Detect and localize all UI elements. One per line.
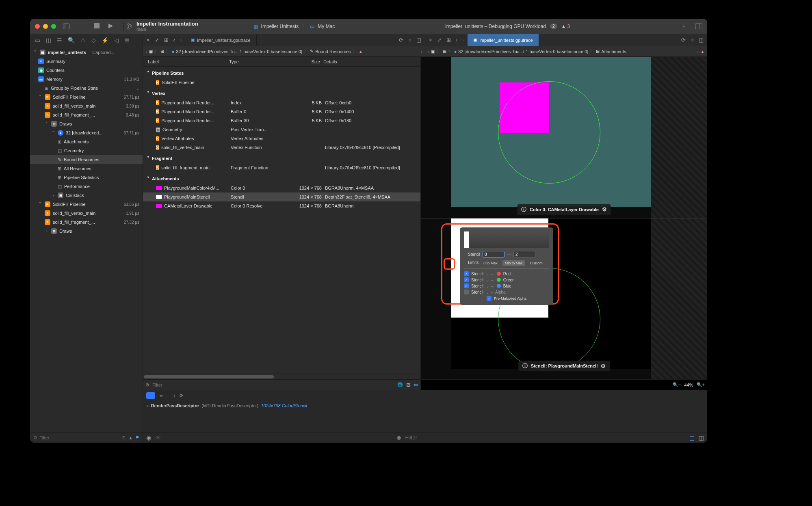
warn-filter-icon[interactable]: ▲ (128, 435, 133, 440)
zoom-out-icon[interactable]: 🔍− (673, 382, 681, 387)
report-nav-icon[interactable]: ▤ (124, 37, 130, 43)
path-left-arrow-r[interactable]: ‹ (428, 49, 429, 54)
panel-icon[interactable]: ◫ (689, 435, 695, 441)
clock-icon[interactable]: ⏱ (121, 435, 126, 440)
checkbox[interactable]: ✓ (464, 277, 469, 282)
path-right-arrow[interactable]: › (421, 49, 422, 54)
table-row[interactable]: PlaygroundMainColor4xM...Color 01024 × 7… (143, 184, 420, 192)
scm-icon[interactable] (126, 23, 133, 30)
table-row[interactable]: ◫GeometryPost Vertex Tran... (143, 125, 420, 134)
table-row[interactable]: BPlayground Main Render...Buffer 05 KBOf… (143, 107, 420, 116)
close-editor-icon-r[interactable]: × (428, 37, 433, 43)
test-nav-icon[interactable]: ◇ (91, 37, 96, 43)
back-icon-r[interactable]: ‹ (455, 37, 459, 43)
channel-row-green[interactable]: ✓Stencil⌄ →Green (464, 277, 549, 282)
th-label[interactable]: Label (148, 59, 229, 64)
add-button[interactable]: ＋ (680, 23, 688, 30)
path-draw-segment[interactable]: 32 [drawIndexedPrimitives:Tri...:1 baseV… (176, 49, 302, 54)
left-tab[interactable]: ▣impeller_unittests.gputrace (185, 34, 256, 46)
info-icon[interactable]: ⓘ (521, 206, 526, 213)
table-row[interactable]: Ssolid_fill_vertex_mainVertex FunctionLi… (143, 143, 420, 152)
run-button[interactable] (108, 23, 113, 30)
step-over-icon[interactable]: ⤼ (159, 393, 163, 398)
debug-variables[interactable]: › RenderPassDescriptor (MTLRenderPassDes… (143, 401, 707, 432)
group-by-row[interactable]: ⊞Group by Pipeline State⌄ (30, 84, 143, 93)
path-warn-icon-r[interactable]: ▲ (700, 49, 705, 54)
color-attachment-view[interactable]: ⓘ Color 0: CAMetalLayer Drawable ⚙ (421, 57, 707, 218)
limits-custom-button[interactable]: Custom (528, 260, 545, 266)
grid-icon[interactable]: ⊞ (163, 37, 170, 43)
forward-icon-r[interactable]: › (461, 37, 465, 43)
refresh-icon[interactable]: ⟳ (398, 37, 405, 43)
back-icon[interactable]: ‹ (172, 37, 176, 43)
channel-row-alpha[interactable]: Stencil⌄ → Alpha (464, 290, 549, 294)
device-icon[interactable]: ▭ (414, 382, 418, 387)
refresh-icon-r[interactable]: ⟳ (680, 37, 687, 43)
symbol-nav-icon[interactable]: ☴ (57, 37, 62, 43)
list-icon[interactable]: ≡ (407, 37, 413, 43)
histogram[interactable] (464, 231, 549, 248)
right-filter-input[interactable] (405, 435, 454, 441)
path-segment[interactable]: ⊞ (443, 49, 446, 54)
path-end-segment-r[interactable]: Attachments (601, 49, 626, 54)
path-segment[interactable]: ⊞ (160, 49, 164, 54)
table-row[interactable]: BPlayground Main Render...Buffer 305 KBO… (143, 116, 420, 125)
image-icon[interactable]: 🖼 (406, 383, 411, 387)
summary-row[interactable]: ≡Summary (30, 57, 143, 66)
gear-icon[interactable]: ⚙ (602, 206, 607, 212)
callstack-row[interactable]: ›⊞Callstack (30, 191, 143, 200)
group-vertex[interactable]: ˅Vertex (143, 89, 420, 98)
path-left-arrow[interactable]: ‹ (145, 49, 147, 54)
path-warn-icon[interactable]: ▲ (359, 49, 363, 54)
checkbox-off[interactable] (464, 290, 469, 294)
step-into-icon[interactable]: ↓ (167, 393, 169, 398)
geometry-row[interactable]: ◫Geometry (30, 146, 143, 155)
limits-minmax-button[interactable]: Min to Max (502, 260, 525, 266)
right-tab[interactable]: ▣impeller_unittests.gputrace (468, 34, 539, 46)
group-fragment[interactable]: ˅Fragment (143, 154, 420, 163)
project-title[interactable]: Impeller Instrumentation main (136, 21, 198, 32)
table-row[interactable]: BVertex AttributesVertex Attributes (143, 134, 420, 143)
draw32-row[interactable]: ˅●32 [drawIndexed...67.71 µs (30, 128, 143, 137)
p1-draws-row[interactable]: ˅⊞Draws (30, 119, 143, 128)
split-icon-r[interactable]: ◫ (697, 37, 705, 43)
channel-row-red[interactable]: ✓Stencil⌄ →Red (464, 271, 549, 276)
sidebar-toggle-icon[interactable] (63, 23, 70, 30)
auto-icon[interactable]: ◉ (146, 435, 151, 441)
th-type[interactable]: Type (229, 59, 297, 64)
p1-frag-row[interactable]: Ssolid_fill_fragment_...9.48 µs (30, 110, 143, 119)
path-end-segment[interactable]: Bound Resources (315, 49, 351, 54)
table-row-stencil[interactable]: PlaygroundMainStencilStencil1024 × 768De… (143, 192, 420, 201)
find-nav-icon[interactable]: 🔍 (68, 37, 75, 43)
counters-row[interactable]: ◉Counters (30, 66, 143, 75)
table-row[interactable]: Ssolid_fill_fragment_mainFragment Functi… (143, 163, 420, 172)
list-icon-r[interactable]: ≡ (689, 37, 695, 43)
pipeline2-row[interactable]: ˅RSolidFill Pipeline63.55 µs (30, 200, 143, 209)
gear-icon[interactable]: ⚙ (601, 363, 606, 369)
bound-resources-row[interactable]: ✎Bound Resources (30, 155, 143, 164)
root-row[interactable]: ˅▦impeller_unittests Captured... (30, 48, 143, 57)
expand-icon[interactable]: ⤢ (154, 37, 160, 43)
premult-checkbox[interactable]: ✓ (487, 296, 492, 301)
split-icon[interactable]: ◫ (415, 37, 422, 43)
group-pipeline-states[interactable]: ˅Pipeline States (143, 68, 420, 78)
warning-count[interactable]: ▲3 (561, 24, 570, 29)
table-row[interactable]: BPlayground Main Render...Index5 KBOffse… (143, 98, 420, 107)
p2-frag-row[interactable]: Ssolid_fill_fragment_...27.32 µs (30, 218, 143, 227)
refresh-icon[interactable]: ⟳ (180, 393, 183, 398)
pipeline-stats-row[interactable]: ⊞Pipeline Statistics (30, 173, 143, 182)
minimize-button[interactable] (43, 24, 48, 29)
stop-button[interactable] (94, 23, 100, 30)
globe-icon[interactable]: 🌐 (397, 382, 403, 387)
path-draw-segment-r[interactable]: 32 [drawIndexedPrimitives:Tria...t:1 bas… (458, 49, 588, 54)
left-filter-input[interactable] (152, 383, 394, 387)
pipeline1-row[interactable]: ˅RSolidFill Pipeline67.71 µs (30, 93, 143, 102)
zoom-in-icon[interactable]: 🔍+ (697, 382, 705, 387)
navigator-filter-input[interactable] (39, 435, 119, 440)
limits-0max-button[interactable]: 0 to Max (481, 260, 500, 266)
scheme-name[interactable]: Impeller Unittests (261, 24, 299, 29)
checkbox[interactable]: ✓ (464, 271, 469, 276)
path-right-arrow-r[interactable]: › (697, 49, 699, 54)
panel-icon-2[interactable]: ◫ (699, 435, 704, 441)
p2-vertex-row[interactable]: Ssolid_fill_vertex_main1.91 µs (30, 209, 143, 218)
